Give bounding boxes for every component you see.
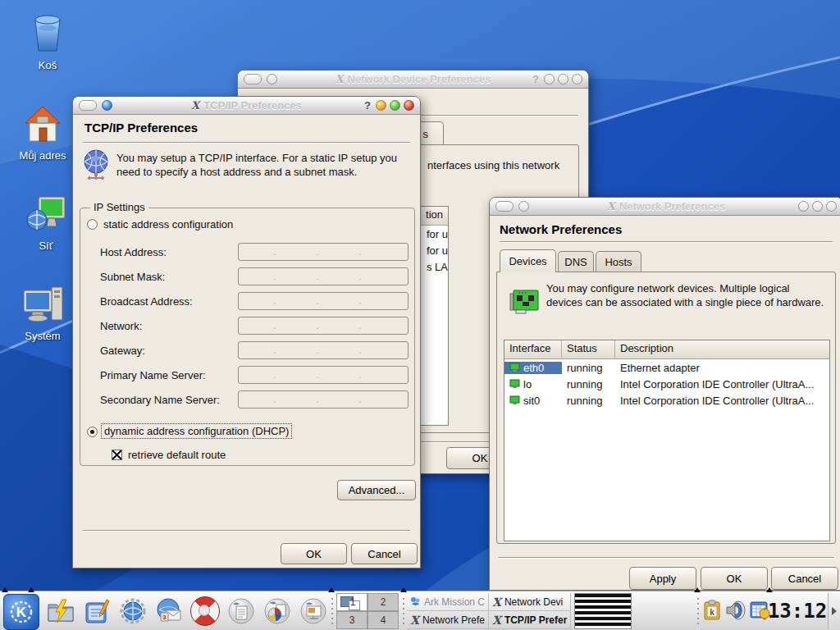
host-address-input[interactable] — [238, 243, 409, 261]
ok-button[interactable]: OK — [281, 543, 347, 564]
kmix-volume-icon[interactable] — [725, 600, 746, 621]
ooo-writer-button[interactable] — [225, 595, 258, 628]
pager-handle[interactable] — [331, 596, 334, 626]
quickbrowser-button[interactable] — [44, 595, 77, 628]
applet-handle-arrow[interactable] — [766, 587, 773, 592]
desktop-icon-system[interactable]: Systém — [3, 281, 82, 342]
x11-app-icon: X — [492, 596, 501, 609]
desktop-pager: 1 2 3 4 — [336, 593, 399, 629]
sticky-button[interactable] — [495, 201, 514, 212]
kmenu-button[interactable]: K — [3, 594, 39, 630]
network-card-icon — [509, 285, 540, 317]
shade-button[interactable] — [267, 74, 277, 84]
secondary-dns-input[interactable] — [238, 390, 409, 409]
column-header-description[interactable]: Description — [615, 340, 829, 358]
applet-handle-arrow[interactable] — [400, 587, 407, 592]
primary-dns-label: Primary Name Server: — [100, 369, 206, 381]
tab-devices[interactable]: Devices — [500, 249, 556, 272]
static-address-radio[interactable] — [87, 219, 98, 230]
sticky-button[interactable] — [79, 100, 97, 111]
table-row-lo[interactable]: lo running Intel Corporation IDE Control… — [504, 376, 829, 392]
network-input[interactable] — [238, 317, 409, 335]
subnet-mask-input[interactable] — [238, 267, 409, 285]
close-button[interactable] — [572, 74, 582, 84]
apply-button[interactable]: Apply — [629, 567, 696, 590]
gateway-label: Gateway: — [100, 345, 145, 357]
help-button[interactable] — [189, 595, 221, 628]
close-button[interactable] — [404, 100, 414, 111]
table-row-sit0[interactable]: sit0 running Intel Corporation IDE Contr… — [504, 392, 829, 409]
ooo-impress-button[interactable] — [297, 595, 330, 628]
dhcp-radio[interactable] — [87, 427, 98, 437]
folder-lightning-icon — [46, 596, 75, 626]
klipper-icon[interactable]: k — [702, 600, 722, 621]
ok-button[interactable]: OK — [701, 567, 768, 590]
column-header-interface[interactable]: Interface — [504, 340, 562, 358]
interface-icon — [509, 363, 521, 372]
tasklist-handle[interactable] — [402, 596, 405, 626]
broadcast-address-label: Broadcast Address: — [100, 295, 193, 308]
primary-dns-input[interactable] — [238, 366, 409, 384]
shade-button[interactable] — [518, 201, 529, 212]
maximize-button[interactable] — [558, 74, 568, 84]
task-ark-mission[interactable]: Ark Mission C — [407, 593, 489, 611]
titlebar-network-preferences[interactable]: XNetwork Preferences — [490, 198, 840, 216]
table-row-eth0[interactable]: eth0 running Ethernet adapter — [504, 359, 829, 376]
column-header-status[interactable]: Status — [562, 340, 615, 358]
sticky-button[interactable] — [244, 74, 262, 84]
help-button[interactable]: ? — [363, 99, 372, 112]
devices-table-header[interactable]: Interface Status Description — [504, 340, 829, 359]
desktop-icon-home[interactable]: Můj adres — [3, 100, 82, 162]
striped-applet[interactable] — [574, 593, 632, 629]
digital-clock[interactable]: 13:12 — [771, 598, 824, 624]
dhcp-radio-label[interactable]: dynamic address configuration (DHCP) — [102, 424, 291, 438]
task-network-device-preferences[interactable]: X Network Devi — [489, 593, 571, 611]
notes-button[interactable] — [80, 595, 113, 628]
minimize-button[interactable] — [376, 100, 386, 111]
systray-handle[interactable] — [696, 596, 700, 626]
desktop-icon-label: Můj adres — [3, 149, 82, 162]
tab-hosts[interactable]: Hosts — [596, 251, 641, 272]
titlebar-network-device-preferences[interactable]: XNetwork Device Preferences ? — [238, 71, 588, 89]
x11-app-icon: X — [492, 614, 501, 627]
maximize-button[interactable] — [390, 100, 400, 111]
maximize-button[interactable] — [812, 201, 823, 212]
shade-button[interactable] — [102, 100, 112, 111]
tab-dns[interactable]: DNS — [558, 251, 594, 272]
pager-desktop-4[interactable]: 4 — [368, 611, 399, 629]
network-icon — [22, 190, 70, 238]
group-label: IP Settings — [90, 201, 148, 213]
advanced-button[interactable]: Advanced... — [337, 480, 416, 500]
close-button[interactable] — [826, 201, 837, 212]
minimize-button[interactable] — [798, 201, 809, 212]
svg-text:k: k — [710, 608, 714, 617]
task-network-preferences[interactable]: X Network Prefe — [407, 611, 489, 629]
titlebar-tcpip-preferences[interactable]: XTCP/IP Preferences ? — [73, 97, 420, 115]
minimize-button[interactable] — [544, 74, 555, 84]
devices-table[interactable]: Interface Status Description eth0 runnin… — [504, 340, 830, 541]
pager-desktop-3[interactable]: 3 — [336, 611, 368, 629]
ooo-calc-button[interactable] — [261, 595, 294, 628]
kontact-button[interactable]: 3 — [153, 595, 185, 628]
broadcast-address-input[interactable] — [238, 292, 409, 310]
gateway-input[interactable] — [238, 341, 409, 359]
pager-desktop-2[interactable]: 2 — [368, 593, 399, 611]
applet-handle-arrow[interactable] — [2, 587, 8, 592]
subnet-mask-label: Subnet Mask: — [100, 271, 166, 283]
cancel-button[interactable]: Cancel — [351, 543, 418, 564]
applet-handle-arrow[interactable] — [28, 587, 34, 592]
cancel-button[interactable]: Cancel — [771, 567, 838, 590]
applet-handle-arrow[interactable] — [328, 587, 335, 592]
task-tcpip-preferences[interactable]: X TCP/IP Prefer — [489, 611, 571, 629]
applet-handle-arrow[interactable] — [694, 587, 701, 592]
pager-desktop-1[interactable]: 1 — [336, 593, 368, 611]
static-address-radio-label[interactable]: static address configuration — [103, 218, 233, 231]
desktop-icon-trash[interactable]: Koš — [8, 10, 87, 71]
interface-icon — [509, 379, 521, 389]
panel-hide-button[interactable] — [828, 593, 840, 629]
help-button[interactable]: ? — [531, 73, 541, 85]
interface-icon — [509, 395, 521, 405]
konqueror-button[interactable] — [116, 595, 149, 628]
retrieve-route-checkbox[interactable] — [112, 450, 122, 460]
retrieve-route-checkbox-label[interactable]: retrieve default route — [128, 449, 226, 461]
